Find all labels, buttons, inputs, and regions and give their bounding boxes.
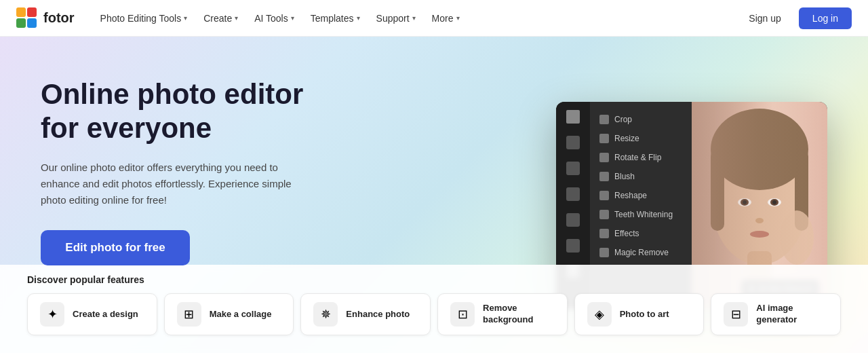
navbar: fotor Photo Editing Tools ▾ Create ▾ AI …	[0, 0, 868, 37]
sidebar-icon-frame[interactable]	[566, 213, 580, 227]
feature-remove-background-label: Remove background	[483, 303, 555, 326]
logo-text: fotor	[43, 10, 75, 26]
nav-actions: Sign up Log in	[738, 7, 852, 29]
photo-to-art-icon: ◈	[587, 302, 612, 327]
panel-item-teeth[interactable]: Teeth Whitening	[590, 205, 692, 224]
edit-photo-button[interactable]: Edit photo for free	[41, 230, 190, 265]
panel-item-effects[interactable]: Effects	[590, 224, 692, 243]
panel-item-rotate[interactable]: Rotate & Flip	[590, 148, 692, 167]
svg-rect-0	[16, 7, 26, 17]
logo[interactable]: fotor	[16, 7, 75, 29]
nav-ai-tools[interactable]: AI Tools ▾	[248, 9, 301, 28]
hero-description: Our online photo editor offers everythin…	[41, 160, 298, 208]
sidebar-icon-group[interactable]	[566, 239, 580, 253]
panel-item-resize[interactable]: Resize	[590, 129, 692, 148]
panel-item-crop[interactable]: Crop	[590, 110, 692, 129]
rotate-icon	[599, 153, 609, 162]
svg-rect-1	[27, 7, 37, 17]
nav-templates[interactable]: Templates ▾	[304, 9, 367, 28]
nav-support[interactable]: Support ▾	[370, 9, 422, 28]
hero-left: Online photo editor for everyone Our onl…	[0, 37, 353, 353]
panel-item-reshape[interactable]: Reshape	[590, 186, 692, 205]
feature-enhance-photo-label: Enhance photo	[346, 309, 410, 320]
chevron-down-icon: ▾	[456, 14, 460, 22]
feature-ai-image-generator-label: AI image generator	[756, 303, 828, 326]
login-button[interactable]: Log in	[799, 7, 852, 29]
magic-remove-icon	[599, 248, 609, 257]
panel-item-blush[interactable]: Blush	[590, 167, 692, 186]
sidebar-icon-sliders[interactable]	[566, 136, 580, 149]
blush-icon	[599, 172, 609, 181]
chevron-down-icon: ▾	[184, 14, 187, 22]
nav-create[interactable]: Create ▾	[197, 9, 245, 28]
sidebar-icon-grid[interactable]	[566, 110, 580, 124]
feature-remove-background[interactable]: ⊡ Remove background	[437, 293, 568, 335]
svg-rect-3	[27, 18, 37, 28]
nav-photo-editing-tools[interactable]: Photo Editing Tools ▾	[94, 9, 195, 28]
sidebar-icon-person[interactable]	[566, 162, 580, 175]
teeth-icon	[599, 210, 609, 219]
ai-image-generator-icon: ⊟	[724, 302, 748, 327]
chevron-down-icon: ▾	[235, 14, 238, 22]
feature-ai-image-generator[interactable]: ⊟ AI image generator	[711, 293, 841, 335]
hero-title: Online photo editor for everyone	[41, 77, 326, 146]
chevron-down-icon: ▾	[357, 14, 360, 22]
remove-background-icon: ⊡	[450, 302, 475, 327]
logo-icon	[16, 7, 38, 29]
reshape-icon	[599, 191, 609, 200]
panel-item-magic-remove[interactable]: Magic Remove	[590, 243, 692, 262]
feature-photo-to-art-label: Photo to art	[620, 309, 669, 320]
crop-icon	[599, 115, 609, 124]
svg-rect-2	[16, 18, 26, 28]
chevron-down-icon: ▾	[291, 14, 294, 22]
main-section: Online photo editor for everyone Our onl…	[0, 37, 868, 353]
nav-more[interactable]: More ▾	[425, 9, 467, 28]
resize-icon	[599, 134, 609, 143]
signup-button[interactable]: Sign up	[738, 7, 791, 29]
feature-photo-to-art[interactable]: ◈ Photo to art	[574, 293, 705, 335]
nav-items: Photo Editing Tools ▾ Create ▾ AI Tools …	[94, 9, 738, 28]
chevron-down-icon: ▾	[412, 14, 416, 22]
sidebar-icon-eye[interactable]	[566, 187, 580, 201]
effects-icon	[599, 229, 609, 238]
